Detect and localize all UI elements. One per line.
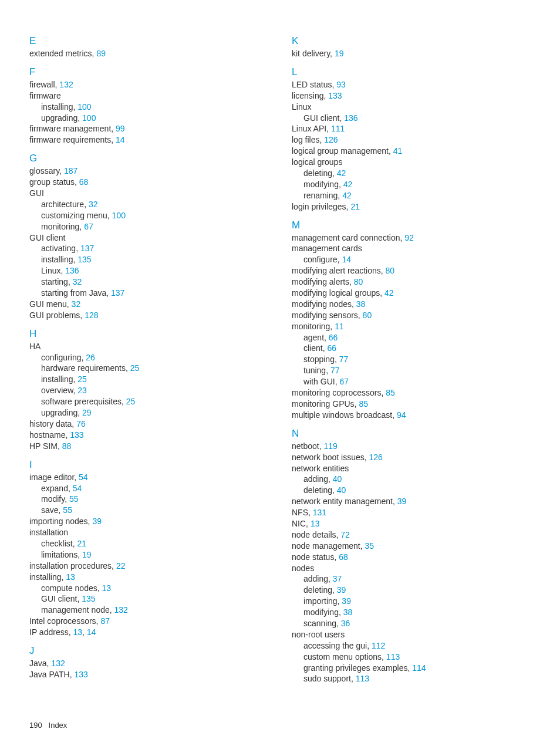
page-ref-link[interactable]: 11	[335, 322, 344, 331]
page-ref-link[interactable]: 87	[100, 616, 110, 626]
page-ref-link[interactable]: 25	[126, 397, 136, 406]
page-ref-link[interactable]: 39	[337, 585, 346, 595]
page-ref-link[interactable]: 132	[51, 659, 65, 668]
page-ref-link[interactable]: 135	[77, 255, 91, 264]
page-ref-link[interactable]: 100	[77, 102, 91, 112]
page-ref-link[interactable]: 40	[333, 474, 342, 484]
index-entry-text: deleting,	[303, 585, 337, 595]
page-ref-link[interactable]: 37	[333, 574, 342, 583]
page-ref-link[interactable]: 35	[365, 541, 375, 551]
page-ref-link[interactable]: 42	[342, 191, 352, 200]
page-ref-link[interactable]: 100	[82, 113, 96, 123]
page-ref-link[interactable]: 13	[102, 583, 112, 593]
page-ref-link[interactable]: 68	[79, 177, 89, 187]
page-ref-link[interactable]: 55	[69, 494, 79, 504]
page-ref-link[interactable]: 80	[386, 266, 395, 275]
page-ref-link[interactable]: 42	[337, 168, 346, 178]
index-entry-text: group status,	[29, 177, 79, 187]
page-ref-link[interactable]: 126	[324, 135, 338, 144]
page-ref-link[interactable]: 136	[65, 266, 79, 275]
page-ref-link[interactable]: 14	[342, 255, 351, 264]
page-ref-link[interactable]: 114	[412, 663, 426, 673]
page-ref-link[interactable]: 111	[331, 124, 345, 133]
page-ref-link[interactable]: 42	[384, 288, 394, 298]
page-ref-link[interactable]: 77	[339, 355, 349, 364]
page-ref-link[interactable]: 133	[75, 670, 88, 679]
page-ref-link[interactable]: 132	[114, 605, 128, 615]
page-ref-link[interactable]: 19	[335, 49, 344, 58]
index-entry: hostname, 133	[29, 430, 268, 441]
index-entry: firmware	[29, 90, 268, 102]
page-ref-link[interactable]: 132	[59, 80, 73, 89]
page-ref-link[interactable]: 93	[336, 80, 346, 89]
page-ref-link[interactable]: 67	[339, 377, 349, 386]
page-ref-link[interactable]: 66	[329, 333, 338, 342]
index-entry: with GUI, 67	[292, 376, 531, 387]
page-ref-link[interactable]: 29	[82, 408, 92, 417]
page-ref-link[interactable]: 66	[327, 343, 336, 353]
page-ref-link[interactable]: 80	[354, 277, 363, 286]
page-ref-link[interactable]: 26	[86, 353, 95, 362]
index-entry: importing nodes, 39	[29, 516, 268, 527]
page-ref-link[interactable]: 135	[82, 594, 95, 603]
page-ref-link[interactable]: 23	[77, 386, 87, 395]
page-ref-link[interactable]: 72	[340, 530, 350, 539]
page-ref-link[interactable]: 25	[77, 374, 87, 384]
page-ref-link[interactable]: 85	[386, 388, 395, 397]
page-ref-link[interactable]: 133	[70, 430, 83, 440]
page-ref-link[interactable]: 40	[337, 485, 346, 495]
page-ref-link[interactable]: 137	[111, 288, 124, 298]
page-ref-link[interactable]: 68	[339, 552, 348, 562]
index-entry: firmware management, 99	[29, 123, 268, 134]
page-ref-link[interactable]: 99	[116, 124, 125, 133]
index-entry-text: monitoring GPUs,	[292, 399, 359, 409]
page-ref-link[interactable]: 133	[328, 91, 342, 100]
page-ref-link[interactable]: 67	[84, 222, 93, 231]
page-ref-link[interactable]: 85	[359, 399, 368, 409]
page-ref-link[interactable]: 39	[342, 596, 351, 606]
page-ref-link[interactable]: 32	[73, 277, 82, 286]
page-ref-link[interactable]: 119	[324, 441, 338, 451]
page-ref-link[interactable]: 38	[343, 607, 353, 617]
index-entry: starting, 32	[29, 276, 268, 288]
page-ref-link[interactable]: 80	[363, 310, 372, 320]
page-ref-link[interactable]: 131	[313, 508, 326, 517]
page-ref-link[interactable]: 136	[344, 113, 357, 123]
page-ref-link[interactable]: 55	[63, 505, 72, 515]
page-ref-link[interactable]: 42	[343, 180, 353, 189]
page-ref-link[interactable]: 13	[311, 519, 320, 528]
page-ref-link[interactable]: 36	[341, 619, 350, 628]
page-ref-link[interactable]: 187	[64, 166, 77, 175]
page-ref-link[interactable]: 21	[350, 202, 360, 211]
page-ref-link[interactable]: 88	[62, 441, 72, 451]
page-ref-link[interactable]: 113	[356, 674, 369, 683]
page-ref-link[interactable]: 32	[72, 299, 81, 309]
page-ref-link[interactable]: 137	[80, 244, 94, 253]
page-ref-link[interactable]: 92	[404, 233, 414, 242]
page-ref-link[interactable]: 94	[397, 410, 406, 420]
page-ref-link[interactable]: 39	[92, 517, 102, 526]
page-ref-link[interactable]: 19	[82, 550, 92, 559]
page-ref-link[interactable]: 41	[393, 146, 403, 156]
page-ref-link[interactable]: 112	[372, 641, 385, 650]
page-ref-link[interactable]: 32	[89, 200, 98, 209]
page-ref-link[interactable]: 54	[79, 472, 88, 482]
page-ref-link[interactable]: 100	[112, 211, 126, 220]
page-ref-link[interactable]: 39	[397, 497, 407, 506]
page-ref-link[interactable]: 25	[130, 363, 140, 373]
page-ref-link[interactable]: 21	[77, 539, 86, 548]
page-ref-link[interactable]: 14	[116, 135, 125, 144]
page-ref-link[interactable]: 22	[116, 561, 126, 571]
page-ref-link[interactable]: 76	[76, 419, 86, 428]
page-ref-link[interactable]: 13	[73, 627, 82, 637]
index-entry: modifying sensors, 80	[292, 310, 531, 321]
page-ref-link[interactable]: 77	[330, 366, 340, 375]
page-ref-link[interactable]: 38	[356, 299, 366, 309]
page-ref-link[interactable]: 126	[369, 453, 383, 462]
page-ref-link[interactable]: 89	[96, 49, 106, 58]
page-ref-link[interactable]: 14	[87, 627, 96, 637]
page-ref-link[interactable]: 113	[386, 652, 400, 661]
page-ref-link[interactable]: 128	[85, 310, 98, 320]
page-ref-link[interactable]: 13	[66, 572, 75, 582]
page-ref-link[interactable]: 54	[73, 484, 82, 493]
